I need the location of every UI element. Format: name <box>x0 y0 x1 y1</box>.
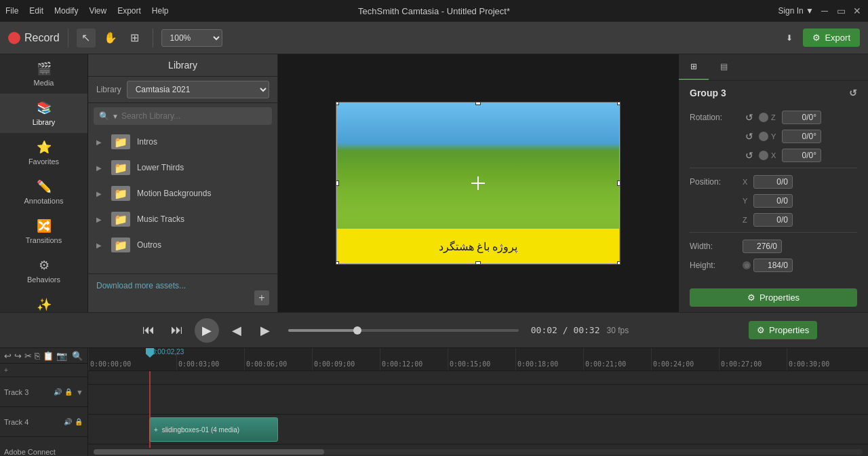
position-y-sub: Y <box>743 194 857 208</box>
rotation-z-dot <box>759 113 768 122</box>
sidebar-item-visual-effects[interactable]: ✨ Visual Effects <box>0 290 87 312</box>
properties-panel-button[interactable]: ⚙ Properties <box>749 321 817 339</box>
crop-tool-button[interactable]: ⊞ <box>125 28 144 48</box>
handle-bottom-right[interactable] <box>617 261 620 265</box>
track-4-clip[interactable]: + slidingboxes-01 (4 media) <box>149 417 278 442</box>
gear-icon-2: ⚙ <box>757 325 765 335</box>
menu-help[interactable]: Help <box>152 6 169 16</box>
track-3-expand[interactable]: ▼ <box>76 388 83 396</box>
skip-back-button[interactable]: ⏮ <box>138 320 159 341</box>
menu-export[interactable]: Export <box>117 6 141 16</box>
sign-in-button[interactable]: Sign In ▼ <box>778 6 814 16</box>
tab-properties-grid[interactable]: ⊞ <box>679 54 709 80</box>
cut-button[interactable]: ✂ <box>24 348 32 363</box>
track-audio-icon-2[interactable]: 🔊 <box>63 417 73 427</box>
track-header: + <box>0 364 87 377</box>
step-back-button[interactable]: ⏭ <box>166 320 188 341</box>
properties-button[interactable]: ⚙ Properties <box>690 288 857 307</box>
handle-top-left[interactable] <box>336 102 339 105</box>
timeline-horizontal-scrollbar[interactable] <box>94 449 863 455</box>
width-input[interactable] <box>743 240 782 253</box>
download-icon[interactable]: ⬇ <box>781 30 797 46</box>
library-dropdown[interactable]: Camtasia 2021 <box>127 81 269 98</box>
handle-top-right[interactable] <box>617 102 620 105</box>
copy-button[interactable]: ⎘ <box>35 348 40 363</box>
timeline-area: ↩ ↪ ✂ ⎘ 📋 📷 🔍 − + + Track 3 🔊 <box>0 347 868 456</box>
add-track-plus[interactable]: + <box>4 366 8 374</box>
zoom-select[interactable]: 100% 50% 150% <box>161 29 222 47</box>
rotate-x-icon[interactable]: ↺ <box>743 149 756 162</box>
track-lock-icon-2[interactable]: 🔒 <box>74 417 83 427</box>
media-icon: 🎬 <box>37 61 52 76</box>
sidebar-item-annotations[interactable]: ✏️ Annotations <box>0 172 87 212</box>
position-y-input[interactable] <box>753 194 793 208</box>
group-title: Group 3 <box>690 88 726 98</box>
center-cross-v <box>477 176 479 190</box>
rotation-z-input[interactable] <box>782 111 821 124</box>
download-assets-link[interactable]: Download more assets... + <box>88 273 277 312</box>
lower-third-bar: پروژه باغ هشتگرد <box>336 229 620 264</box>
paste-button[interactable]: 📋 <box>43 348 54 363</box>
track-audio-icon[interactable]: 🔊 <box>53 387 62 397</box>
library-item-label: Music Tracks <box>137 214 184 224</box>
position-x-input[interactable] <box>753 175 793 189</box>
next-frame-button[interactable]: ▶ <box>254 320 276 341</box>
sidebar-item-transitions[interactable]: 🔀 Transitions <box>0 212 87 251</box>
sidebar-item-media[interactable]: 🎬 Media <box>0 54 87 94</box>
handle-bottom-left[interactable] <box>336 261 339 265</box>
link-aspect-ratio-icon[interactable]: ⊙ <box>743 261 751 269</box>
position-z-input[interactable] <box>753 213 793 227</box>
refresh-icon[interactable]: ↺ <box>849 88 857 98</box>
tab-properties-table[interactable]: ▤ <box>709 54 738 80</box>
handle-middle-left[interactable] <box>336 180 339 186</box>
rotate-z-icon[interactable]: ↺ <box>743 111 756 124</box>
library-item-label: Intros <box>137 137 157 147</box>
undo-button[interactable]: ↩ <box>4 348 12 363</box>
move-tool-button[interactable]: ✋ <box>101 28 120 48</box>
list-item[interactable]: ▶ 📁 Intros <box>88 129 277 155</box>
prev-frame-button[interactable]: ◀ <box>226 320 248 341</box>
list-item[interactable]: ▶ 📁 Music Tracks <box>88 206 277 232</box>
handle-top-center[interactable] <box>475 102 481 105</box>
playback-thumb[interactable] <box>353 326 361 335</box>
zoom-magnify-button[interactable]: 🔍 <box>70 348 85 363</box>
record-button[interactable]: Record <box>8 32 60 44</box>
search-input[interactable] <box>121 111 267 121</box>
menu-file[interactable]: File <box>5 6 18 16</box>
playhead-time: 0:00:02,23 <box>152 348 184 356</box>
play-button[interactable]: ▶ <box>195 318 219 343</box>
menu-view[interactable]: View <box>89 6 106 16</box>
rotate-y-icon[interactable]: ↺ <box>743 130 756 143</box>
rotation-x-input[interactable] <box>782 149 821 162</box>
select-tool-button[interactable]: ↖ <box>77 28 96 48</box>
track-lock-icon[interactable]: 🔒 <box>64 387 73 397</box>
redo-button[interactable]: ↪ <box>14 348 22 363</box>
list-item[interactable]: ▶ 📁 Motion Backgrounds <box>88 180 277 206</box>
maximize-button[interactable]: ▭ <box>835 5 846 16</box>
scrollbar-thumb[interactable] <box>94 449 324 455</box>
list-item[interactable]: ▶ 📁 Lower Thirds <box>88 155 277 180</box>
search-filter-icon[interactable]: ▼ <box>112 113 119 120</box>
sidebar-item-library[interactable]: 📚 Library <box>0 94 87 133</box>
close-button[interactable]: ✕ <box>852 5 863 16</box>
add-library-button[interactable]: + <box>254 290 269 305</box>
sidebar-item-behaviors[interactable]: ⚙ Behaviors <box>0 251 87 290</box>
menu-edit[interactable]: Edit <box>29 6 43 16</box>
menu-bar[interactable]: File Edit Modify View Export Help <box>5 6 169 16</box>
track-3-clips <box>88 385 868 415</box>
menu-modify[interactable]: Modify <box>54 6 78 16</box>
library-search-bar[interactable]: 🔍 ▼ <box>94 107 272 125</box>
rotation-x-sub: ↺ X <box>743 149 857 162</box>
main-area: 🎬 Media 📚 Library ⭐ Favorites ✏️ Annotat… <box>0 54 868 312</box>
height-input[interactable] <box>753 259 793 272</box>
camera-button[interactable]: 📷 <box>56 348 67 363</box>
list-item[interactable]: ▶ 📁 Outros <box>88 232 277 258</box>
handle-middle-right[interactable] <box>617 180 620 186</box>
rotation-y-row: ↺ Y <box>690 130 857 143</box>
sidebar-item-favorites[interactable]: ⭐ Favorites <box>0 133 87 172</box>
export-button[interactable]: ⚙ Export <box>803 28 860 47</box>
playback-slider[interactable] <box>288 329 519 332</box>
handle-bottom-center[interactable] <box>475 261 481 265</box>
minimize-button[interactable]: ─ <box>819 5 830 16</box>
rotation-y-input[interactable] <box>782 130 821 143</box>
